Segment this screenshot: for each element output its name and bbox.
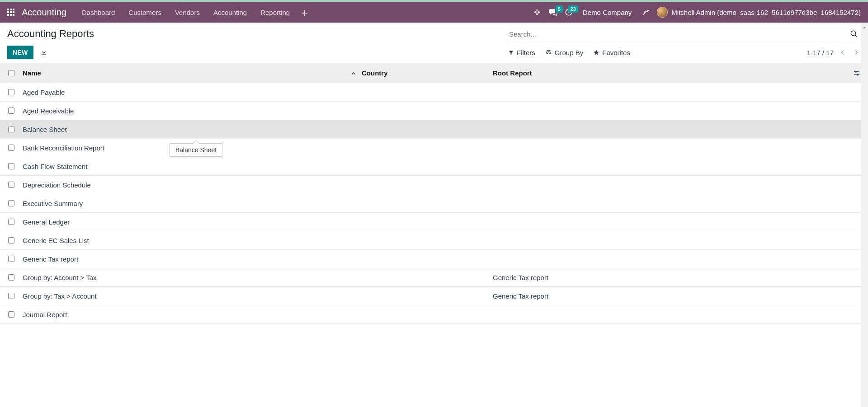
search-box[interactable] bbox=[508, 28, 861, 40]
svg-rect-0 bbox=[7, 9, 9, 10]
favorites-label: Favorites bbox=[602, 49, 630, 56]
main-navbar: Accounting Dashboard Customers Vendors A… bbox=[0, 2, 868, 23]
svg-point-17 bbox=[857, 74, 859, 75]
cell-name: Executive Summary bbox=[23, 200, 83, 207]
table-header: Name Country Root Report bbox=[0, 63, 868, 83]
svg-rect-8 bbox=[13, 14, 14, 16]
pager-next-icon[interactable] bbox=[852, 48, 861, 57]
table-row[interactable]: Group by: Tax > AccountGeneric Tax repor… bbox=[0, 287, 868, 305]
svg-point-12 bbox=[851, 31, 856, 36]
table-row[interactable]: Cash Flow Statement bbox=[0, 157, 868, 176]
cell-name: Generic EC Sales List bbox=[23, 237, 89, 244]
svg-rect-6 bbox=[7, 14, 9, 16]
cell-root: Generic Tax report bbox=[493, 274, 548, 281]
messaging-badge: 5 bbox=[556, 5, 563, 13]
cell-name: Balance Sheet bbox=[23, 126, 67, 133]
svg-rect-4 bbox=[10, 11, 12, 13]
table-row[interactable]: Aged Receivable bbox=[0, 102, 868, 120]
svg-point-15 bbox=[855, 71, 857, 72]
svg-rect-1 bbox=[10, 9, 12, 10]
table-row[interactable]: Executive Summary bbox=[0, 194, 868, 213]
column-header-root[interactable]: Root Report bbox=[493, 69, 845, 77]
row-checkbox[interactable] bbox=[8, 293, 14, 299]
debug-icon[interactable] bbox=[533, 8, 541, 16]
svg-rect-2 bbox=[13, 9, 14, 10]
messaging-icon[interactable]: 5 bbox=[548, 8, 557, 16]
table-row[interactable]: Aged Payable bbox=[0, 83, 868, 102]
cell-root: Generic Tax report bbox=[493, 292, 548, 300]
cell-name: Journal Report bbox=[23, 311, 67, 318]
groupby-label: Group By bbox=[555, 49, 583, 56]
row-checkbox[interactable] bbox=[8, 145, 14, 151]
row-checkbox[interactable] bbox=[8, 200, 14, 206]
table-row[interactable]: Group by: Account > TaxGeneric Tax repor… bbox=[0, 268, 868, 287]
list-view: Name Country Root Report Aged PayableAge… bbox=[0, 63, 868, 324]
control-panel: Accounting Reports NEW Filters Gro bbox=[0, 23, 868, 63]
favorites-button[interactable]: Favorites bbox=[593, 49, 630, 56]
cell-name: Cash Flow Statement bbox=[23, 163, 87, 170]
cell-name: Group by: Account > Tax bbox=[23, 274, 97, 281]
select-all-checkbox[interactable] bbox=[8, 70, 14, 76]
menu-reporting[interactable]: Reporting bbox=[254, 4, 296, 21]
activities-icon[interactable]: 23 bbox=[565, 8, 573, 16]
cell-name: Generic Tax report bbox=[23, 255, 78, 263]
search-input[interactable] bbox=[509, 30, 848, 38]
row-checkbox[interactable] bbox=[8, 256, 14, 262]
scrollbar-track[interactable] bbox=[861, 23, 868, 324]
table-row[interactable]: Balance Sheet bbox=[0, 120, 868, 139]
svg-rect-3 bbox=[7, 11, 9, 13]
cell-name: Aged Payable bbox=[23, 89, 65, 96]
scroll-up-icon[interactable] bbox=[861, 23, 868, 32]
pager-prev-icon[interactable] bbox=[838, 48, 847, 57]
row-checkbox[interactable] bbox=[8, 219, 14, 225]
cell-name: Group by: Tax > Account bbox=[23, 292, 97, 300]
menu-customers[interactable]: Customers bbox=[122, 4, 168, 21]
avatar bbox=[657, 7, 668, 18]
download-icon[interactable] bbox=[40, 48, 48, 56]
sort-ascending-icon bbox=[351, 69, 356, 77]
groupby-button[interactable]: Group By bbox=[545, 49, 583, 56]
filters-button[interactable]: Filters bbox=[508, 49, 535, 56]
activities-badge: 23 bbox=[568, 5, 578, 13]
cell-name: Aged Receivable bbox=[23, 107, 74, 115]
row-checkbox[interactable] bbox=[8, 237, 14, 243]
row-checkbox[interactable] bbox=[8, 108, 14, 114]
table-row[interactable]: Depreciation Schedule bbox=[0, 176, 868, 194]
row-checkbox[interactable] bbox=[8, 274, 14, 281]
app-brand[interactable]: Accounting bbox=[22, 7, 66, 18]
row-checkbox[interactable] bbox=[8, 182, 14, 188]
svg-rect-7 bbox=[10, 14, 12, 16]
menu-accounting[interactable]: Accounting bbox=[207, 4, 253, 21]
settings-icon[interactable] bbox=[642, 8, 650, 16]
table-row[interactable]: Generic EC Sales List bbox=[0, 231, 868, 250]
new-button[interactable]: NEW bbox=[7, 46, 33, 59]
pager-text[interactable]: 1-17 / 17 bbox=[807, 49, 834, 56]
company-switcher[interactable]: Demo Company bbox=[580, 9, 634, 16]
filters-label: Filters bbox=[517, 49, 535, 56]
row-checkbox[interactable] bbox=[8, 126, 14, 132]
column-header-name[interactable]: Name bbox=[23, 69, 362, 77]
cell-name: General Ledger bbox=[23, 218, 70, 226]
row-checkbox[interactable] bbox=[8, 311, 14, 318]
navbar-menu: Dashboard Customers Vendors Accounting R… bbox=[75, 4, 312, 20]
menu-vendors[interactable]: Vendors bbox=[169, 4, 206, 21]
row-checkbox[interactable] bbox=[8, 89, 14, 95]
svg-line-13 bbox=[855, 35, 857, 37]
svg-rect-5 bbox=[13, 11, 14, 13]
table-row[interactable]: Bank Reconciliation Report bbox=[0, 139, 868, 157]
new-menu-icon[interactable] bbox=[297, 4, 312, 20]
user-menu[interactable]: Mitchell Admin (demo_saas-162_5611d977d3… bbox=[657, 7, 861, 18]
column-header-country[interactable]: Country bbox=[362, 69, 493, 77]
row-checkbox[interactable] bbox=[8, 163, 14, 169]
table-row[interactable]: General Ledger bbox=[0, 213, 868, 231]
breadcrumb: Accounting Reports bbox=[7, 28, 94, 40]
apps-menu-icon[interactable] bbox=[4, 5, 18, 19]
table-row[interactable]: Generic Tax report bbox=[0, 250, 868, 268]
cell-name: Bank Reconciliation Report bbox=[23, 144, 104, 152]
tooltip: Balance Sheet bbox=[170, 143, 222, 157]
search-icon[interactable] bbox=[848, 30, 860, 38]
menu-dashboard[interactable]: Dashboard bbox=[75, 4, 121, 21]
table-row[interactable]: Journal Report bbox=[0, 305, 868, 324]
cell-name: Depreciation Schedule bbox=[23, 181, 91, 189]
user-name: Mitchell Admin (demo_saas-162_5611d977d3… bbox=[671, 9, 861, 16]
